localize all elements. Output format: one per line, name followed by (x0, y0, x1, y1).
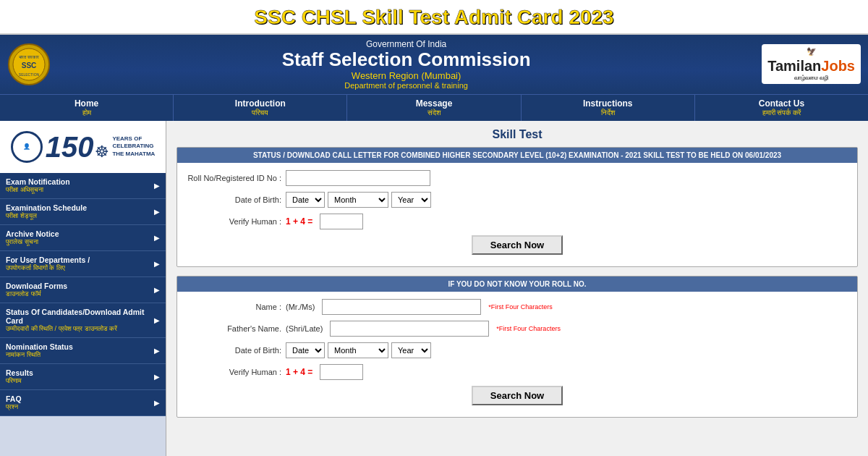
sidebar-item-results[interactable]: Resultsपरिणाम ▶ (0, 364, 166, 390)
dob-year-select-s2[interactable]: Year19901995200020012002200320042005 (391, 342, 431, 358)
sidebar-item-exam-schedule[interactable]: Examination Scheduleपरीक्षा शेड्यूल ▶ (0, 199, 166, 225)
nav-inst-en: Instructions (524, 98, 692, 109)
nav-inst-hi: निर्देश (524, 109, 692, 117)
section1-header: STATUS / DOWNLOAD CALL LETTER FOR COMBIN… (177, 148, 857, 163)
nav-contact-en: Contact Us (698, 98, 865, 109)
dob-selects-s2: Date123451015202531 MonthJanuaryFebruary… (286, 342, 431, 358)
section1-body: Roll No/Registered ID No : Date of Birth… (177, 163, 857, 266)
nav-home-hi: होम (3, 109, 170, 117)
top-title-bar: SSC CHSL Skill Test Admit Card 2023 (0, 0, 868, 35)
section2-header: IF YOU DO NOT KNOW YOUR ROLL NO. (177, 276, 857, 292)
roll-number-row: Roll No/Registered ID No : (187, 170, 847, 186)
arrow-icon: ▶ (154, 182, 160, 190)
dept-label: Department of personnel & training (58, 81, 754, 90)
search-btn-container-s1: Search Now (187, 235, 847, 255)
search-now-button-s2[interactable]: Search Now (472, 386, 563, 405)
sidebar-item-nomination[interactable]: Nomination Statusनामांकन स्थिति ▶ (0, 338, 166, 364)
nav-instructions[interactable]: Instructions निर्देश (522, 95, 695, 121)
verify-row-s2: Verify Human : 1 + 4 = (187, 364, 847, 380)
sidebar-menu: Exam Notificationपरीक्षा अधिसूचना ▶ Exam… (0, 173, 166, 416)
section2-body: Name : (Mr./Ms) *First Four Characters F… (177, 292, 857, 417)
search-btn-container-s2: Search Now (187, 386, 847, 405)
dob-label-s1: Date of Birth: (187, 195, 281, 204)
jobs-text: Jobs (821, 58, 855, 74)
nav-home-en: Home (3, 98, 170, 109)
roll-number-section: STATUS / DOWNLOAD CALL LETTER FOR COMBIN… (176, 147, 858, 267)
nav-contact-hi: हमारी संपर्क करें (698, 109, 865, 117)
verify-equation-s1: 1 + 4 = (286, 216, 312, 227)
dob-month-select-s1[interactable]: MonthJanuaryFebruaryMarchAprilMayJuneJul… (328, 192, 388, 208)
arrow-icon: ▶ (154, 234, 160, 242)
dob-month-select-s2[interactable]: MonthJanuaryFebruaryMarchAprilMayJuneJul… (328, 342, 388, 358)
nav-introduction[interactable]: Introduction परिचय (174, 95, 347, 121)
anniversary-banner: 👤 150 ☸ YEARS OF CELEBRATING THE MAHATMA (0, 121, 166, 173)
father-label: Father's Name. (187, 324, 281, 333)
arrow-icon: ▶ (154, 347, 160, 355)
page-title: SSC CHSL Skill Test Admit Card 2023 (0, 6, 868, 29)
svg-text:SSC: SSC (22, 62, 37, 69)
search-now-button-s1[interactable]: Search Now (472, 235, 563, 255)
skill-test-title: Skill Test (176, 128, 858, 141)
name-note: *First Four Characters (488, 303, 553, 311)
nav-intro-hi: परिचय (176, 109, 344, 117)
dob-row-s2: Date of Birth: Date123451015202531 Month… (187, 342, 847, 358)
sidebar-item-user-dept[interactable]: For User Departments /उपयोगकर्ता विभागों… (0, 251, 166, 277)
father-note: *First Four Characters (496, 325, 561, 332)
nav-msg-hi: संदेश (350, 109, 517, 117)
arrow-icon: ▶ (154, 286, 160, 294)
sidebar-item-exam-notif[interactable]: Exam Notificationपरीक्षा अधिसूचना ▶ (0, 173, 166, 199)
site-header: SSC भारत सरकार SELECTION Government Of I… (0, 35, 868, 94)
gov-label: Government Of India (58, 39, 754, 49)
dob-date-select-s1[interactable]: Date123451015202531 (286, 192, 325, 208)
sidebar-item-archive[interactable]: Archive Noticeपुरालेख सूचना ▶ (0, 225, 166, 251)
sidebar-item-download-forms[interactable]: Download Formsडाउनलोड फॉर्म ▶ (0, 277, 166, 303)
anni-line3: THE MAHATMA (112, 151, 155, 158)
govt-emblem: SSC भारत सरकार SELECTION (7, 43, 51, 86)
navigation-bar: Home होम Introduction परिचय Message संदे… (0, 94, 868, 121)
father-prefix: (Shri/Late) (286, 324, 323, 333)
org-name: Staff Selection Commission (58, 49, 754, 70)
nav-message[interactable]: Message संदेश (347, 95, 521, 121)
verify-input-s1[interactable] (320, 214, 363, 229)
verify-input-s2[interactable] (320, 364, 363, 380)
name-prefix: (Mr./Ms) (286, 303, 315, 311)
arrow-icon: ▶ (154, 373, 160, 381)
no-roll-section: IF YOU DO NOT KNOW YOUR ROLL NO. Name : … (176, 276, 858, 418)
right-panel: Skill Test STATUS / DOWNLOAD CALL LETTER… (166, 121, 868, 456)
svg-text:SELECTION: SELECTION (19, 72, 40, 77)
verify-label-s2: Verify Human : (187, 368, 281, 376)
sidebar-item-status-download[interactable]: Status Of Candidates/Download Admit Card… (0, 303, 166, 338)
region-label: Western Region (Mumbai) (58, 70, 754, 81)
roll-number-input[interactable] (286, 170, 430, 186)
tamilan-jobs-logo: 🦅 TamilanJobs வாழ்வமை வழி (762, 44, 861, 84)
dob-year-select-s1[interactable]: Year19901995200020012002200320042005 (391, 192, 431, 208)
dob-date-select-s2[interactable]: Date123451015202531 (286, 342, 325, 358)
arrow-icon: ▶ (154, 260, 160, 268)
nav-intro-en: Introduction (176, 98, 344, 109)
svg-text:भारत सरकार: भारत सरकार (19, 55, 39, 59)
nav-msg-en: Message (350, 98, 517, 109)
header-text: Government Of India Staff Selection Comm… (58, 39, 754, 90)
sidebar-item-faq[interactable]: FAQप्रश्न ▶ (0, 390, 166, 416)
name-row: Name : (Mr./Ms) *First Four Characters (187, 299, 847, 315)
verify-row-s1: Verify Human : 1 + 4 = (187, 214, 847, 229)
father-input[interactable] (330, 321, 489, 337)
sidebar: 👤 150 ☸ YEARS OF CELEBRATING THE MAHATMA… (0, 121, 166, 456)
main-content: 👤 150 ☸ YEARS OF CELEBRATING THE MAHATMA… (0, 121, 868, 456)
roll-label: Roll No/Registered ID No : (187, 174, 281, 182)
dob-selects-s1: Date123451015202531 MonthJanuaryFebruary… (286, 192, 431, 208)
tamilan-text: Tamilan (767, 58, 821, 74)
anniversary-number: 150 (46, 132, 94, 161)
nav-home[interactable]: Home होम (0, 95, 174, 121)
name-input[interactable] (322, 299, 481, 315)
father-row: Father's Name. (Shri/Late) *First Four C… (187, 321, 847, 337)
verify-label-s1: Verify Human : (187, 217, 281, 226)
nav-contact[interactable]: Contact Us हमारी संपर्क करें (695, 95, 868, 121)
verify-equation-s2: 1 + 4 = (286, 367, 312, 377)
anni-line1: YEARS OF (112, 135, 155, 143)
dob-row: Date of Birth: Date123451015202531 Month… (187, 192, 847, 208)
dob-label-s2: Date of Birth: (187, 346, 281, 355)
name-label: Name : (187, 303, 281, 311)
arrow-icon: ▶ (154, 399, 160, 407)
arrow-icon: ▶ (154, 208, 160, 216)
